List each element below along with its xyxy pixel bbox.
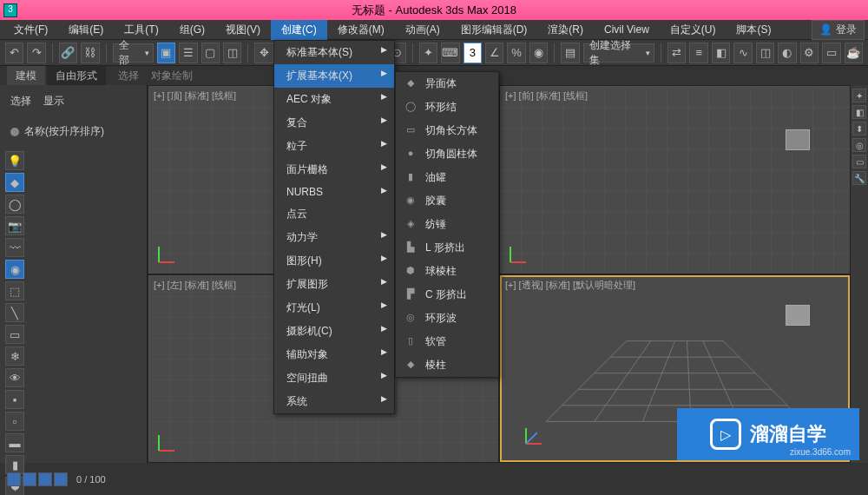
mirror-button[interactable]: ⇄ — [667, 43, 686, 63]
filter-bone-icon[interactable]: ╲ — [5, 303, 24, 322]
render-frame-button[interactable]: ▭ — [822, 43, 840, 63]
ext-primitive-item[interactable]: ◈纺锤 — [420, 213, 498, 236]
spinner-snap-button[interactable]: ◉ — [529, 43, 548, 63]
display-tab-icon[interactable]: ▭ — [852, 155, 866, 168]
ext-primitive-item[interactable]: ▮油罐 — [420, 166, 498, 189]
login-button[interactable]: 👤 登录 — [812, 20, 865, 40]
menu-customize[interactable]: 自定义(U) — [660, 20, 727, 40]
named-selection-button[interactable]: ▤ — [561, 43, 579, 63]
menu-modifiers[interactable]: 修改器(M) — [327, 20, 395, 40]
redo-button[interactable]: ↷ — [27, 43, 45, 63]
unlink-button[interactable]: ⛓ — [81, 43, 99, 63]
undo-button[interactable]: ↶ — [5, 43, 23, 63]
layer-button[interactable]: ◧ — [712, 43, 730, 63]
create-menu-item[interactable]: 辅助对象▶ — [274, 343, 394, 366]
layout-preset-icon[interactable] — [54, 472, 68, 486]
header-display[interactable]: 显示 — [43, 94, 64, 109]
select-region-button[interactable]: ▢ — [201, 43, 220, 63]
ext-primitive-item[interactable]: ▙L 形挤出 — [420, 236, 498, 260]
percent-snap-button[interactable]: % — [507, 43, 525, 63]
display-all-icon[interactable]: 👁 — [5, 368, 24, 387]
selection-set-dropdown[interactable]: 创建选择集 — [583, 43, 655, 63]
display-none-icon[interactable]: ▪ — [5, 390, 24, 409]
tab-modeling[interactable]: 建模 — [7, 66, 45, 86]
angle-snap-button[interactable]: ∠ — [485, 43, 503, 63]
viewport-label-top[interactable]: [+] [顶] [标准] [线框] — [154, 89, 236, 102]
filter-container-icon[interactable]: ▭ — [5, 325, 24, 344]
menu-graph-editors[interactable]: 图形编辑器(D) — [450, 20, 538, 40]
hierarchy-tab-icon[interactable]: ⬍ — [852, 122, 866, 135]
motion-tab-icon[interactable]: ◎ — [852, 138, 866, 152]
filter-spacewarp-icon[interactable]: ◉ — [5, 260, 24, 279]
menu-animation[interactable]: 动画(A) — [395, 20, 450, 40]
create-menu-item[interactable]: 动力学▶ — [274, 226, 394, 249]
viewport-label-left[interactable]: [+] [左] [标准] [线框] — [154, 279, 236, 292]
keyboard-shortcut-button[interactable]: ⌨ — [441, 43, 459, 63]
ext-primitive-item[interactable]: ◯环形结 — [420, 96, 498, 119]
viewport-label-persp[interactable]: [+] [透视] [标准] [默认明暗处理] — [505, 279, 635, 292]
create-menu-item[interactable]: 系统▶ — [274, 390, 394, 413]
utilities-tab-icon[interactable]: 🔧 — [852, 171, 866, 185]
menu-edit[interactable]: 编辑(E) — [58, 20, 114, 40]
filter-frozen-icon[interactable]: ❄ — [5, 346, 24, 366]
render-setup-button[interactable]: ⚙ — [800, 43, 819, 63]
filter-shape-icon[interactable]: ◯ — [5, 195, 24, 214]
create-menu-item[interactable]: 空间扭曲▶ — [274, 366, 394, 390]
render-button[interactable]: ☕ — [845, 43, 863, 63]
window-crossing-button[interactable]: ◫ — [223, 43, 241, 63]
subtab-object-paint[interactable]: 对象绘制 — [151, 69, 193, 83]
ext-primitive-item[interactable]: ▯软管 — [420, 330, 498, 353]
layout-preset-icon[interactable] — [23, 472, 36, 486]
selection-filter-dropdown[interactable]: 全部 — [113, 43, 154, 63]
create-menu-item[interactable]: AEC 对象▶ — [274, 88, 394, 111]
ext-primitive-item[interactable]: ◎环形波 — [420, 307, 498, 330]
ext-primitive-item[interactable]: ⬢球棱柱 — [420, 260, 498, 283]
menu-create[interactable]: 创建(C) — [271, 20, 327, 40]
schematic-button[interactable]: ◫ — [756, 43, 774, 63]
menu-group[interactable]: 组(G) — [169, 20, 215, 40]
filter-helper-icon[interactable]: 〰 — [5, 238, 24, 257]
menu-file[interactable]: 文件(F) — [3, 20, 58, 40]
ext-primitive-item[interactable]: ◆异面体 — [420, 72, 498, 96]
curve-editor-button[interactable]: ∿ — [733, 43, 752, 63]
select-object-button[interactable]: ▣ — [157, 43, 175, 63]
create-tab-icon[interactable]: ✦ — [852, 89, 866, 102]
create-menu-item[interactable]: 点云 — [274, 202, 394, 226]
create-menu-item[interactable]: 灯光(L)▶ — [274, 296, 394, 320]
ext-primitive-item[interactable]: ▛C 形挤出 — [420, 283, 498, 307]
material-editor-button[interactable]: ◐ — [778, 43, 796, 63]
create-menu-item[interactable]: 扩展图形▶ — [274, 273, 394, 296]
viewport-layout-presets[interactable] — [7, 472, 68, 486]
select-name-button[interactable]: ☰ — [179, 43, 197, 63]
menu-render[interactable]: 渲染(R) — [537, 20, 594, 40]
ext-primitive-item[interactable]: ▭切角长方体 — [420, 119, 498, 142]
ext-primitive-item[interactable]: ◉胶囊 — [420, 189, 498, 213]
viewport-label-front[interactable]: [+] [前] [标准] [线框] — [505, 89, 588, 102]
header-select[interactable]: 选择 — [10, 94, 31, 109]
create-menu-item[interactable]: 标准基本体(S)▶ — [274, 41, 394, 64]
ext-primitive-item[interactable]: ◆棱柱 — [420, 353, 498, 377]
ext-primitive-item[interactable]: ●切角圆柱体 — [420, 142, 498, 166]
menu-view[interactable]: 视图(V) — [215, 20, 271, 40]
create-menu-item[interactable]: 粒子▶ — [274, 135, 394, 158]
layout-preset-icon[interactable] — [38, 472, 52, 486]
viewport-front[interactable]: [+] [前] [标准] [线框] — [500, 86, 850, 274]
sort-row[interactable]: 名称(按升序排序) — [5, 119, 141, 144]
snap-toggle-button[interactable]: 3 — [464, 43, 482, 63]
create-menu-item[interactable]: 面片栅格▶ — [274, 158, 394, 182]
manipulate-button[interactable]: ✦ — [419, 43, 437, 63]
display-xref-icon[interactable]: ▬ — [5, 433, 24, 452]
filter-light-icon[interactable]: 💡 — [5, 151, 24, 170]
create-menu-item[interactable]: 摄影机(C)▶ — [274, 320, 394, 343]
layout-preset-icon[interactable] — [7, 472, 21, 486]
menu-civil-view[interactable]: Civil View — [594, 21, 660, 38]
create-menu-item[interactable]: 复合▶ — [274, 111, 394, 135]
move-button[interactable]: ✥ — [254, 43, 273, 63]
create-menu-item[interactable]: 扩展基本体(X)▶ — [274, 64, 394, 88]
display-invert-icon[interactable]: ▫ — [5, 412, 24, 431]
create-menu-item[interactable]: NURBS▶ — [274, 182, 394, 202]
align-button[interactable]: ≡ — [689, 43, 707, 63]
menu-tools[interactable]: 工具(T) — [114, 20, 168, 40]
tab-freeform[interactable]: 自由形式 — [47, 66, 106, 86]
subtab-select[interactable]: 选择 — [118, 69, 139, 83]
